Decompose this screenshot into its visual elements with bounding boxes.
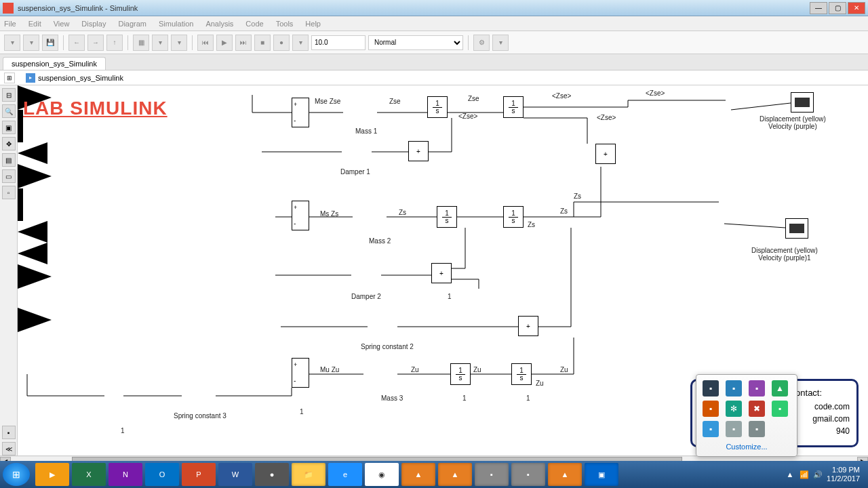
task-app1[interactable]: ● (255, 463, 289, 486)
breadcrumb-model[interactable]: suspension_sys_Simulink (38, 74, 123, 82)
explorer-button[interactable]: ▾ (171, 35, 187, 51)
minimize-button[interactable]: — (810, 2, 827, 14)
mux1[interactable] (18, 110, 23, 142)
task-ie[interactable]: e (328, 463, 362, 486)
task-app3[interactable]: ▪ (511, 463, 545, 486)
scope2[interactable] (785, 218, 808, 239)
menu-simulation[interactable]: Simulation (159, 20, 193, 28)
pan-tool[interactable]: ✥ (2, 137, 16, 150)
annot-tool[interactable]: ▭ (2, 169, 16, 183)
back-button[interactable]: ← (68, 35, 85, 51)
task-chrome[interactable]: ◉ (365, 463, 399, 486)
stop-button[interactable]: ■ (254, 35, 271, 51)
fit-tool[interactable]: ▣ (2, 121, 16, 134)
config-button[interactable]: ▾ (152, 35, 168, 51)
tray-icon-11[interactable]: ▪ (749, 421, 765, 437)
fastfwd-button[interactable]: ▾ (292, 35, 309, 51)
zoom-tool[interactable]: 🔍 (2, 104, 16, 118)
menu-tools[interactable]: Tools (276, 20, 294, 28)
up-button[interactable]: ↑ (106, 35, 123, 51)
maximize-button[interactable]: ▢ (829, 2, 846, 14)
volume-icon[interactable]: 🔊 (813, 470, 823, 479)
gain-ks[interactable]: Ks (18, 243, 47, 264)
stop-time-input[interactable] (311, 35, 366, 50)
record-button[interactable]: ● (273, 35, 290, 51)
task-matlab2[interactable]: ▲ (438, 463, 472, 486)
int-zse1[interactable]: 1s (427, 96, 448, 118)
tray-time[interactable]: 1:09 PM (827, 466, 860, 474)
tray-icon-8[interactable]: ▪ (772, 401, 788, 417)
int-zu1[interactable]: 1s (450, 363, 471, 385)
gain-bs[interactable]: bs (18, 221, 47, 243)
new-button[interactable]: ▾ (4, 35, 20, 51)
menu-analysis[interactable]: Analysis (205, 20, 233, 28)
tray-icon-7[interactable]: ✖ (749, 401, 765, 417)
sum-d1[interactable]: + (408, 141, 429, 161)
network-icon[interactable]: 📶 (800, 470, 809, 479)
sum-ms[interactable] (292, 201, 309, 230)
sum-ks[interactable]: + (518, 316, 538, 336)
mux2[interactable] (18, 188, 23, 221)
gain-ms[interactable]: 1/Ms (18, 164, 52, 188)
sum-mu[interactable] (292, 358, 309, 388)
menu-display[interactable]: Display (81, 20, 106, 28)
gain-kt[interactable]: Kt (18, 308, 52, 332)
task-simulink[interactable]: ▣ (585, 463, 618, 486)
tray-customize[interactable]: Customize... (702, 443, 791, 451)
menu-diagram[interactable]: Diagram (118, 20, 146, 28)
task-excel[interactable]: X (72, 463, 106, 486)
forward-button[interactable]: → (87, 35, 104, 51)
sim-mode-select[interactable]: Normal (368, 35, 463, 50)
tray-icon-10[interactable]: ▪ (726, 421, 742, 437)
tray-icon-9[interactable]: ▪ (703, 421, 719, 437)
tray-date[interactable]: 11/2/2017 (827, 474, 860, 483)
task-outlook[interactable]: O (145, 463, 179, 486)
run-button[interactable]: ▶ (216, 35, 233, 51)
tray-icon-3[interactable]: ▪ (749, 380, 765, 396)
task-explorer[interactable]: 📁 (292, 463, 326, 486)
task-matlab1[interactable]: ▲ (401, 463, 435, 486)
gain-mu[interactable]: 1/Mu (18, 264, 52, 289)
tray-icon-5[interactable]: ▪ (703, 401, 719, 417)
close-button[interactable]: ✕ (848, 2, 865, 14)
int-zse2[interactable]: 1s (503, 96, 524, 118)
task-powerpoint[interactable]: P (182, 463, 216, 486)
open-button[interactable]: ▾ (23, 35, 39, 51)
tray-icon-2[interactable]: ▪ (726, 380, 742, 396)
tray-icon-4[interactable]: ▲ (772, 380, 788, 396)
task-word[interactable]: W (218, 463, 252, 486)
int-zs1[interactable]: 1s (437, 206, 457, 228)
image-tool[interactable]: ▫ (2, 186, 16, 199)
start-button[interactable]: ⊞ (3, 463, 30, 486)
tray-icon-6[interactable]: ✻ (726, 401, 742, 417)
save-button[interactable]: 💾 (42, 35, 58, 51)
gain-bse[interactable]: bse (18, 142, 47, 164)
menu-edit[interactable]: Edit (28, 20, 41, 28)
sample-tool[interactable]: ▤ (2, 153, 16, 167)
library-button[interactable]: ▦ (133, 35, 149, 51)
task-mediaplayer[interactable]: ▶ (35, 463, 69, 486)
build-button[interactable]: ⚙ (473, 35, 490, 51)
scope-tool[interactable]: ▪ (2, 426, 16, 439)
task-app2[interactable]: ▪ (475, 463, 509, 486)
step-fwd-button[interactable]: ⏭ (235, 35, 252, 51)
scope1[interactable] (791, 92, 814, 113)
tab-model[interactable]: suspension_sys_Simulink (3, 57, 106, 70)
tray-arrow-icon[interactable]: ▲ (785, 469, 795, 480)
task-onenote[interactable]: N (108, 463, 142, 486)
task-matlab3[interactable]: ▲ (548, 463, 582, 486)
sum-mse[interactable] (292, 98, 309, 127)
tray-icon-1[interactable]: ▪ (703, 380, 719, 396)
menu-help[interactable]: Help (305, 20, 321, 28)
step-back-button[interactable]: ⏮ (197, 35, 214, 51)
menu-file[interactable]: File (4, 20, 16, 28)
int-zs2[interactable]: 1s (503, 206, 524, 228)
sum-d2[interactable]: + (431, 263, 452, 283)
record-tool[interactable]: ≪ (2, 442, 16, 455)
sum-zse-out[interactable]: + (595, 144, 616, 164)
menu-view[interactable]: View (54, 20, 70, 28)
menu-code[interactable]: Code (245, 20, 263, 28)
deploy-button[interactable]: ▾ (492, 35, 509, 51)
hide-tool[interactable]: ⊟ (2, 88, 16, 102)
breadcrumb-nav[interactable]: ⊞ (4, 73, 15, 83)
